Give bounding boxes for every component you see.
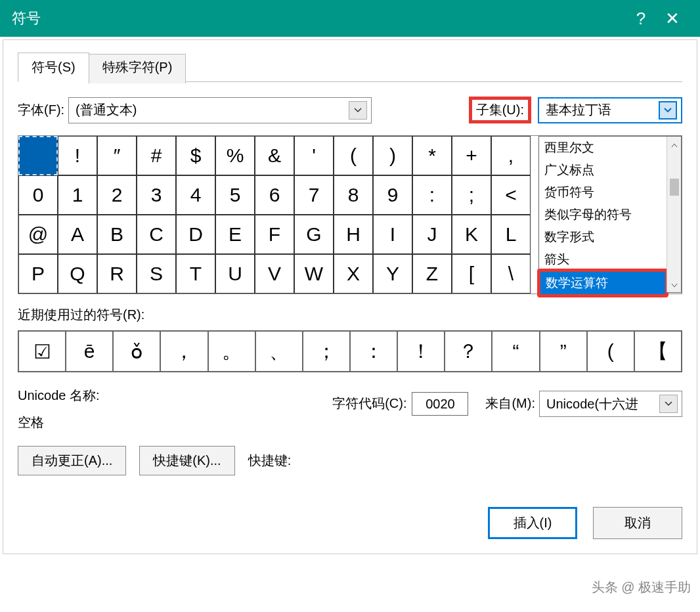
symbol-cell[interactable]: % <box>215 136 255 175</box>
symbol-cell[interactable]: 2 <box>97 175 137 215</box>
symbol-cell[interactable]: 8 <box>334 175 373 215</box>
symbol-cell[interactable]: 1 <box>58 175 97 215</box>
from-value: Unicode(十六进 <box>546 395 638 413</box>
dropdown-item[interactable]: 数字形式 <box>539 226 667 248</box>
symbol-cell[interactable]: ! <box>58 136 97 175</box>
recent-label: 近期使用过的符号(R): <box>18 306 682 324</box>
symbol-cell[interactable]: [ <box>452 254 491 294</box>
shortcut-key-button[interactable]: 快捷键(K)... <box>139 446 234 475</box>
recent-symbol-cell[interactable]: 、 <box>255 331 303 372</box>
recent-symbol-cell[interactable]: ？ <box>445 331 492 372</box>
symbol-cell[interactable]: A <box>58 215 97 254</box>
chevron-down-icon <box>659 395 678 413</box>
dropdown-item[interactable]: 箭头 <box>539 248 667 271</box>
symbol-cell[interactable]: , <box>491 136 531 175</box>
symbol-cell[interactable]: \ <box>491 254 531 294</box>
dropdown-item[interactable]: 类似字母的符号 <box>539 204 667 226</box>
recent-symbol-cell[interactable]: ” <box>540 331 587 372</box>
close-button[interactable]: ✕ <box>657 9 688 29</box>
recent-symbol-cell[interactable]: ☑ <box>18 331 66 372</box>
symbol-cell[interactable]: E <box>215 215 255 254</box>
symbol-cell[interactable]: 7 <box>294 175 334 215</box>
symbol-cell[interactable]: @ <box>18 215 58 254</box>
symbol-cell[interactable]: 5 <box>215 175 255 215</box>
dropdown-item[interactable]: 数学运算符 <box>540 272 665 294</box>
symbol-cell[interactable]: I <box>373 215 412 254</box>
recent-symbol-cell[interactable]: ǒ <box>113 331 160 372</box>
cancel-button[interactable]: 取消 <box>593 507 682 539</box>
symbol-cell[interactable]: H <box>334 215 373 254</box>
recent-symbol-cell[interactable]: “ <box>492 331 539 372</box>
symbol-cell[interactable]: 0 <box>18 175 58 215</box>
charcode-input[interactable] <box>412 392 468 416</box>
font-select[interactable]: (普通文本) <box>68 97 372 123</box>
symbol-cell[interactable]: S <box>137 254 176 294</box>
symbol-cell[interactable] <box>18 136 58 175</box>
help-button[interactable]: ? <box>625 9 657 29</box>
symbol-cell[interactable]: B <box>97 215 137 254</box>
symbol-cell[interactable]: X <box>334 254 373 294</box>
tab-symbols[interactable]: 符号(S) <box>18 53 89 82</box>
chevron-down-icon <box>349 101 367 120</box>
subset-label: 子集(U): <box>476 102 524 117</box>
symbol-cell[interactable]: W <box>294 254 334 294</box>
symbol-cell[interactable]: L <box>491 215 531 254</box>
symbol-cell[interactable]: 9 <box>373 175 412 215</box>
recent-symbol-cell[interactable]: ， <box>160 331 208 372</box>
symbol-cell[interactable]: V <box>255 254 294 294</box>
symbol-cell[interactable]: 6 <box>255 175 294 215</box>
symbol-cell[interactable]: 4 <box>176 175 215 215</box>
scroll-thumb[interactable] <box>670 179 679 196</box>
charcode-label: 字符代码(C): <box>332 395 406 412</box>
tab-special-chars[interactable]: 特殊字符(P) <box>89 54 186 83</box>
symbol-cell[interactable]: < <box>491 175 531 215</box>
symbol-cell[interactable]: : <box>412 175 452 215</box>
symbol-cell[interactable]: $ <box>176 136 215 175</box>
dropdown-item[interactable]: 货币符号 <box>539 181 667 204</box>
symbol-cell[interactable]: 3 <box>137 175 176 215</box>
symbol-cell[interactable]: F <box>255 215 294 254</box>
recent-symbol-cell[interactable]: ( <box>587 331 634 372</box>
symbol-cell[interactable]: Y <box>373 254 412 294</box>
symbol-cell[interactable]: C <box>137 215 176 254</box>
symbol-cell[interactable]: Q <box>58 254 97 294</box>
from-select[interactable]: Unicode(十六进 <box>539 391 682 417</box>
symbol-cell[interactable]: ″ <box>97 136 137 175</box>
tab-bar: 符号(S) 特殊字符(P) <box>18 52 682 82</box>
dropdown-item[interactable]: 西里尔文 <box>539 137 667 159</box>
symbol-cell[interactable]: ) <box>373 136 412 175</box>
symbol-cell[interactable]: R <box>97 254 137 294</box>
recent-symbol-cell[interactable]: ： <box>350 331 397 372</box>
symbol-cell[interactable]: Z <box>412 254 452 294</box>
subset-select[interactable]: 基本拉丁语 <box>538 97 682 123</box>
symbol-cell[interactable]: U <box>215 254 255 294</box>
recent-symbol-cell[interactable]: ； <box>303 331 350 372</box>
symbol-cell[interactable]: ; <box>452 175 491 215</box>
symbol-cell[interactable]: ( <box>334 136 373 175</box>
symbol-cell[interactable]: P <box>18 254 58 294</box>
symbol-cell[interactable]: * <box>412 136 452 175</box>
dropdown-item-highlight: 数学运算符 <box>537 269 668 297</box>
subset-dropdown-list[interactable]: 西里尔文广义标点货币符号类似字母的符号数字形式箭头数学运算符 <box>539 137 667 292</box>
insert-button[interactable]: 插入(I) <box>488 507 577 539</box>
dropdown-item[interactable]: 广义标点 <box>539 159 667 181</box>
scroll-up-icon[interactable] <box>671 139 678 150</box>
symbol-cell[interactable]: T <box>176 254 215 294</box>
recent-symbol-cell[interactable]: 【 <box>634 331 682 372</box>
symbol-cell[interactable]: & <box>255 136 294 175</box>
unicode-name-value: 空格 <box>18 414 100 431</box>
symbol-cell[interactable]: + <box>452 136 491 175</box>
autocorrect-button[interactable]: 自动更正(A)... <box>18 446 126 475</box>
symbol-cell[interactable]: G <box>294 215 334 254</box>
scroll-down-icon[interactable] <box>671 279 678 290</box>
recent-symbol-cell[interactable]: ē <box>66 331 113 372</box>
symbol-cell[interactable]: K <box>452 215 491 254</box>
symbol-cell[interactable]: J <box>412 215 452 254</box>
symbol-cell[interactable]: D <box>176 215 215 254</box>
watermark: 头条 @ 极速手助 <box>592 579 691 596</box>
symbol-cell[interactable]: ' <box>294 136 334 175</box>
recent-symbol-cell[interactable]: 。 <box>208 331 255 372</box>
symbol-cell[interactable]: # <box>137 136 176 175</box>
dropdown-scrollbar[interactable] <box>667 137 681 292</box>
recent-symbol-cell[interactable]: ！ <box>397 331 445 372</box>
